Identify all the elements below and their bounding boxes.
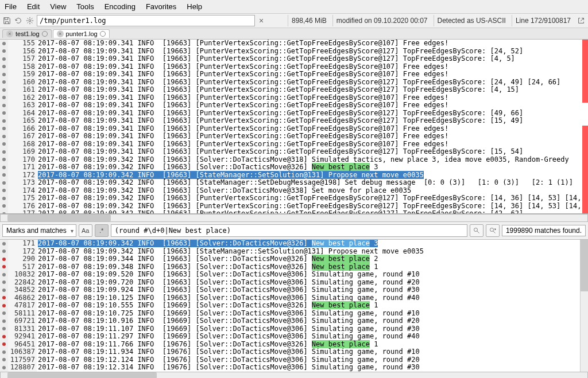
log-line[interactable]: 2017-08-07 08:19:09.342 INFO [19663] [St… xyxy=(37,172,582,180)
log-line[interactable]: 2017-08-07 08:19:09.342 INFO [19663] [Pu… xyxy=(37,210,582,213)
menu-encoding[interactable]: Encoding xyxy=(105,2,136,11)
clear-path-icon[interactable]: × xyxy=(257,16,265,25)
search-mode-select[interactable]: Marks and matches xyxy=(2,224,76,237)
log-line[interactable]: 2017-08-07 08:19:09.341 INFO [19663] [Pu… xyxy=(37,148,582,156)
status-size: 898,46 MiB xyxy=(288,15,330,26)
settings-icon[interactable] xyxy=(25,16,34,25)
overview-ruler[interactable] xyxy=(582,40,588,213)
svg-point-1 xyxy=(474,228,477,232)
result-line[interactable]: 2017-08-07 08:19:10.125 INFO [19663] [So… xyxy=(37,294,580,302)
menu-edit[interactable]: Edit xyxy=(27,2,40,11)
result-line[interactable]: 2017-08-07 08:19:09.924 INFO [19663] [So… xyxy=(37,286,580,294)
log-line[interactable]: 2017-08-07 08:19:09.341 INFO [19663] [Pu… xyxy=(37,117,582,125)
log-line[interactable]: 2017-08-07 08:19:09.341 INFO [19663] [Pu… xyxy=(37,55,582,63)
log-line[interactable]: 2017-08-07 08:19:09.341 INFO [19663] [Pu… xyxy=(37,141,582,149)
result-line[interactable]: 2017-08-07 08:19:09.720 INFO [19663] [So… xyxy=(37,279,580,287)
tab-indicator-icon xyxy=(100,31,106,37)
result-line[interactable]: 2017-08-07 08:19:10.725 INFO [19669] [So… xyxy=(37,310,580,318)
log-line[interactable]: 2017-08-07 08:19:09.341 INFO [19663] [Pu… xyxy=(37,48,582,56)
log-line[interactable]: 2017-08-07 08:19:09.341 INFO [19663] [Pu… xyxy=(37,102,582,110)
log-line[interactable]: 2017-08-07 08:19:09.342 INFO [19663] [So… xyxy=(37,156,582,164)
search-button[interactable] xyxy=(470,224,483,237)
save-icon[interactable] xyxy=(2,16,11,25)
close-icon[interactable]: × xyxy=(57,30,64,37)
log-line[interactable]: 2017-08-07 08:19:09.342 INFO [19663] [Pu… xyxy=(37,194,582,202)
tab-indicator-icon xyxy=(42,31,48,37)
result-line[interactable]: 2017-08-07 08:19:12.124 INFO [19676] [So… xyxy=(37,356,580,364)
result-line[interactable]: 2017-08-07 08:19:09.344 INFO [19663] [So… xyxy=(37,255,580,263)
menu-tools[interactable]: Tools xyxy=(76,2,94,11)
result-line[interactable]: 2017-08-07 08:19:09.342 INFO [19663] [So… xyxy=(37,240,580,248)
match-count: 1999890 matches found. xyxy=(502,225,586,236)
log-line[interactable]: 2017-08-07 08:19:09.342 INFO [19663] [Pu… xyxy=(37,202,582,211)
tab-label: test1.log xyxy=(16,30,40,37)
log-line[interactable]: 2017-08-07 08:19:09.341 INFO [19663] [Pu… xyxy=(37,133,582,141)
log-line[interactable]: 2017-08-07 08:19:09.342 INFO [19663] [So… xyxy=(37,163,582,172)
file-path-input[interactable] xyxy=(37,15,255,26)
results-scrollbar[interactable] xyxy=(580,240,588,372)
search-input[interactable] xyxy=(111,224,467,237)
tab-label: punter1.log xyxy=(66,30,98,37)
tab-test1.log[interactable]: ×test1.log xyxy=(2,29,52,38)
menu-favorites[interactable]: Favorites xyxy=(146,2,176,11)
results-h-scrollbar[interactable] xyxy=(0,372,588,378)
status-position: Line 172/9100817 xyxy=(512,15,574,26)
result-line[interactable]: 2017-08-07 08:19:10.555 INFO [19669] [So… xyxy=(37,302,580,310)
result-line[interactable]: 2017-08-07 08:19:11.934 INFO [19676] [So… xyxy=(37,348,580,356)
status-encoding: Detected as US-ASCII xyxy=(434,15,509,26)
editor-pane[interactable]: 1551561571581591601611621631641651661671… xyxy=(0,40,588,214)
result-line[interactable]: 2017-08-07 08:19:09.342 INFO [19663] [St… xyxy=(37,248,580,256)
result-line[interactable]: 2017-08-07 08:19:11.297 INFO [19669] [So… xyxy=(37,333,580,341)
horizontal-scrollbar[interactable] xyxy=(0,214,588,222)
log-line[interactable]: 2017-08-07 08:19:09.342 INFO [19663] [So… xyxy=(37,187,582,195)
svg-point-0 xyxy=(29,20,31,22)
refresh-icon[interactable] xyxy=(14,16,23,25)
log-line[interactable]: 2017-08-07 08:19:09.341 INFO [19663] [Pu… xyxy=(37,63,582,71)
log-line[interactable]: 2017-08-07 08:19:09.341 INFO [19663] [Pu… xyxy=(37,79,582,87)
status-modified: modified on 09.10.2020 00:07 xyxy=(332,15,431,26)
search-next-button[interactable] xyxy=(486,224,500,237)
log-line[interactable]: 2017-08-07 08:19:09.341 INFO [19663] [Pu… xyxy=(37,110,582,118)
result-line[interactable]: 2017-08-07 08:19:10.916 INFO [19669] [So… xyxy=(37,317,580,325)
result-line[interactable]: 2017-08-07 08:19:11.107 INFO [19669] [So… xyxy=(37,325,580,333)
result-line[interactable]: 2017-08-07 08:19:09.520 INFO [19663] [So… xyxy=(37,271,580,279)
log-line[interactable]: 2017-08-07 08:19:09.341 INFO [19663] [Pu… xyxy=(37,86,582,94)
toolbar: × 898,46 MiB modified on 09.10.2020 00:0… xyxy=(0,14,588,28)
log-line[interactable]: 2017-08-07 08:19:09.341 INFO [19663] [Pu… xyxy=(37,40,582,48)
menu-help[interactable]: Help xyxy=(187,2,202,11)
result-line[interactable]: 2017-08-07 08:19:09.348 INFO [19663] [So… xyxy=(37,263,580,271)
log-line[interactable]: 2017-08-07 08:19:09.342 INFO [19663] [St… xyxy=(37,179,582,187)
result-line[interactable]: 2017-08-07 08:19:12.314 INFO [19676] [So… xyxy=(37,364,580,372)
menu-file[interactable]: File xyxy=(5,2,17,11)
tab-bar: ×test1.log×punter1.log xyxy=(0,28,588,40)
case-sensitive-button[interactable]: Aa xyxy=(79,224,92,237)
svg-point-2 xyxy=(490,228,493,232)
external-link-icon[interactable] xyxy=(577,16,586,25)
menu-view[interactable]: View xyxy=(50,2,66,11)
log-line[interactable]: 2017-08-07 08:19:09.341 INFO [19663] [Pu… xyxy=(37,71,582,79)
log-line[interactable]: 2017-08-07 08:19:09.341 INFO [19663] [Pu… xyxy=(37,125,582,133)
result-line[interactable]: 2017-08-07 08:19:11.766 INFO [19676] [So… xyxy=(37,341,580,349)
tab-punter1.log[interactable]: ×punter1.log xyxy=(53,29,110,38)
close-icon[interactable]: × xyxy=(6,30,13,37)
find-bar: Marks and matches Aa .* 1999890 matches … xyxy=(0,222,588,240)
menubar: FileEditViewToolsEncodingFavoritesHelp xyxy=(0,0,588,14)
log-line[interactable]: 2017-08-07 08:19:09.341 INFO [19663] [Pu… xyxy=(37,94,582,102)
regex-button[interactable]: .* xyxy=(95,224,109,237)
results-pane[interactable]: 1711722905171083222842348524686247817581… xyxy=(0,240,588,372)
